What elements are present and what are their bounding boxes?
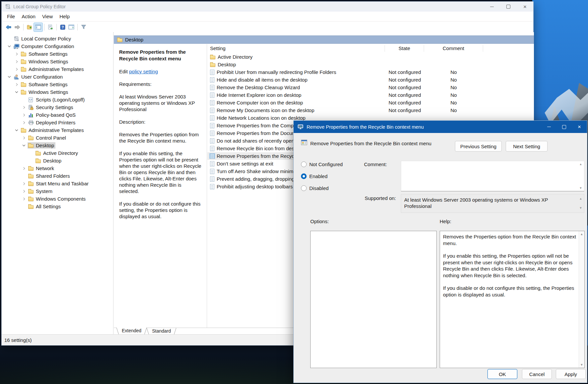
list-row[interactable]: Desktop (207, 61, 534, 68)
dialog-close-button[interactable]: × (572, 121, 587, 133)
tree-item-shared-folders[interactable]: Shared Folders (2, 172, 113, 180)
radio-not-configured[interactable]: Not Configured (301, 160, 343, 168)
dialog-titlebar[interactable]: Remove Properties from the Recycle Bin c… (294, 121, 587, 133)
menu-view[interactable]: View (39, 14, 56, 19)
dialog-minimize-button[interactable] (541, 121, 556, 133)
column-header-state[interactable]: State (385, 45, 424, 52)
list-row[interactable]: Remove My Documents icon on the desktopN… (207, 106, 534, 114)
list-row[interactable]: Hide Internet Explorer icon on desktopNo… (207, 91, 534, 99)
scroll-down-icon[interactable]: ▼ (580, 363, 583, 366)
tab-extended[interactable]: Extended (116, 328, 147, 335)
menu-action[interactable]: Action (18, 14, 39, 19)
supported-on-scrollbar[interactable]: ▲ ▼ (578, 196, 583, 211)
scroll-down-icon[interactable]: ▼ (579, 186, 582, 190)
next-setting-button[interactable]: Next Setting (506, 141, 548, 152)
tree-item-security-settings[interactable]: Security Settings (2, 103, 113, 111)
tree-item-administrative-templates[interactable]: Administrative Templates (2, 65, 113, 73)
chevron-down-icon[interactable] (6, 76, 13, 77)
tree-item-scripts-logon-logoff-[interactable]: Scripts (Logon/Logoff) (2, 96, 113, 103)
chevron-right-icon[interactable] (20, 137, 28, 139)
chevron-down-icon[interactable] (6, 46, 13, 47)
tree-item-network[interactable]: Network (2, 164, 113, 172)
chevron-right-icon[interactable] (20, 114, 28, 116)
chevron-right-icon[interactable] (13, 68, 20, 70)
tree-item-control-panel[interactable]: Control Panel (2, 134, 113, 142)
chevron-right-icon[interactable] (20, 122, 28, 124)
radio-enabled[interactable]: Enabled (301, 172, 343, 180)
console-tree-pane[interactable]: Local Computer PolicyComputer Configurat… (2, 32, 113, 335)
tree-item-software-settings[interactable]: Software Settings (2, 81, 113, 88)
radio-unselected-icon[interactable] (301, 185, 307, 191)
chevron-right-icon[interactable] (20, 198, 28, 200)
chevron-down-icon[interactable] (13, 130, 20, 131)
maximize-button[interactable] (500, 2, 517, 12)
chevron-right-icon[interactable] (13, 61, 20, 63)
tree-item-software-settings[interactable]: Software Settings (2, 50, 113, 58)
radio-disabled[interactable]: Disabled (301, 184, 343, 192)
chevron-right-icon[interactable] (20, 106, 28, 108)
scroll-up-icon[interactable]: ▲ (579, 162, 582, 166)
dialog-title: Remove Properties from the Recycle Bin c… (307, 124, 424, 130)
window-titlebar[interactable]: Local Group Policy Editor × (2, 2, 533, 12)
forward-button[interactable] (13, 23, 22, 32)
supported-on-field[interactable]: At least Windows Server 2003 operating s… (401, 194, 584, 213)
tree-item-policy-based-qos[interactable]: Policy-based QoS (2, 111, 113, 119)
menu-file[interactable]: File (4, 14, 18, 19)
column-header-comment[interactable]: Comment (424, 45, 483, 52)
comment-scrollbar[interactable]: ▲ ▼ (578, 162, 583, 190)
tree-item-windows-settings[interactable]: Windows Settings (2, 88, 113, 96)
tree-item-computer-configuration[interactable]: Computer Configuration (2, 42, 113, 50)
tree-item-desktop[interactable]: Desktop (2, 142, 113, 149)
comment-textarea[interactable]: ▲ ▼ (401, 161, 584, 191)
ok-button[interactable]: OK (487, 369, 517, 379)
help-scrollbar[interactable]: ▲ ▼ (579, 231, 584, 368)
tree-item-windows-components[interactable]: Windows Components (2, 195, 113, 203)
scroll-down-icon[interactable]: ▼ (579, 205, 582, 211)
close-button[interactable]: × (517, 2, 533, 12)
tab-standard[interactable]: Standard (147, 328, 176, 335)
tree-item-active-directory[interactable]: Active Directory (2, 149, 113, 157)
minimize-button[interactable] (483, 2, 500, 12)
list-row[interactable]: Hide and disable all items on the deskto… (207, 76, 534, 84)
scroll-up-icon[interactable]: ▲ (579, 196, 582, 202)
radio-selected-icon[interactable] (301, 173, 307, 179)
tree-item-user-configuration[interactable]: User Configuration (2, 73, 113, 81)
chevron-right-icon[interactable] (20, 190, 28, 192)
previous-setting-button[interactable]: Previous Setting (455, 141, 502, 152)
list-row[interactable]: Prohibit User from manually redirecting … (207, 68, 534, 76)
chevron-right-icon[interactable] (20, 183, 28, 185)
tree-item-label: Security Settings (35, 104, 73, 110)
tree-item-desktop[interactable]: Desktop (2, 157, 113, 164)
tree-item-windows-settings[interactable]: Windows Settings (2, 58, 113, 65)
chevron-right-icon[interactable] (13, 84, 20, 86)
list-row[interactable]: Active Directory (207, 53, 534, 61)
chevron-right-icon[interactable] (20, 167, 28, 169)
edit-policy-setting-link[interactable]: policy setting (129, 69, 158, 74)
export-list-button[interactable] (46, 23, 55, 32)
options-panel[interactable] (310, 231, 437, 368)
filter-button[interactable] (79, 23, 88, 32)
scroll-up-icon[interactable]: ▲ (580, 232, 583, 236)
dialog-maximize-button[interactable] (556, 121, 572, 133)
tree-item-administrative-templates[interactable]: Administrative Templates (2, 126, 113, 134)
apply-button[interactable]: Apply (556, 369, 586, 379)
tree-item-all-settings[interactable]: All Settings (2, 203, 113, 210)
chevron-right-icon[interactable] (13, 53, 20, 55)
menu-help[interactable]: Help (56, 14, 73, 19)
chevron-down-icon[interactable] (13, 92, 20, 93)
action-pane-toggle-button[interactable] (67, 23, 76, 32)
tree-item-system[interactable]: System (2, 187, 113, 195)
list-row[interactable]: Remove Computer icon on the desktopNot c… (207, 99, 534, 106)
console-tree-toggle-button[interactable] (34, 23, 42, 32)
cancel-button[interactable]: Cancel (522, 369, 552, 379)
help-button[interactable]: ? (58, 23, 67, 32)
back-button[interactable] (4, 23, 13, 32)
up-one-level-button[interactable] (25, 23, 34, 32)
list-row[interactable]: Remove the Desktop Cleanup WizardNot con… (207, 84, 534, 91)
radio-unselected-icon[interactable] (301, 161, 307, 167)
chevron-down-icon[interactable] (20, 145, 28, 146)
column-header-setting[interactable]: Setting (207, 45, 385, 52)
tree-item-start-menu-and-taskbar[interactable]: Start Menu and Taskbar (2, 180, 113, 187)
tree-item-deployed-printers[interactable]: Deployed Printers (2, 119, 113, 126)
tree-item-local-computer-policy[interactable]: Local Computer Policy (2, 35, 113, 42)
